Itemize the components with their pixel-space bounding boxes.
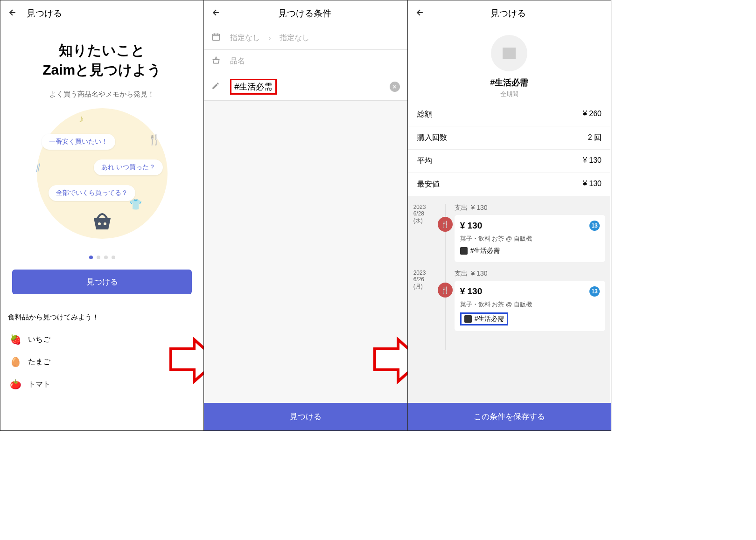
memo-icon: [464, 315, 472, 323]
category-food-icon: 🍴: [438, 217, 453, 232]
transaction-detail: 菓子・飲料 お茶 @ 自販機: [460, 235, 600, 243]
category-food-icon: 🍴: [438, 283, 453, 298]
transaction-amount: ¥ 130: [460, 286, 600, 297]
hero-heading: 知りたいことZaimと見つけよう: [0, 27, 203, 84]
svg-point-0: [98, 222, 101, 225]
food-emoji-icon: 🍓: [10, 334, 21, 345]
pencil-icon: [211, 82, 223, 92]
result-tag: #生活必需: [408, 77, 611, 88]
find-button[interactable]: 見つける: [204, 403, 407, 430]
header-title: 見つける条件: [230, 7, 379, 20]
stat-count: 購入回数2 回: [408, 126, 611, 150]
transaction-date: 20236/26(月): [413, 270, 436, 331]
transaction-item[interactable]: 20236/26(月) 🍴 支出 ¥ 130 ¥ 130 13 菓子・飲料 お茶…: [408, 266, 611, 335]
toothbrush-icon: ⁄⁄: [35, 162, 42, 174]
day-badge: 13: [589, 286, 600, 297]
music-note-icon: ♪: [79, 113, 84, 125]
result-period: 全期間: [408, 90, 611, 98]
transaction-date: 20236/28(水): [413, 204, 436, 262]
speech-bubble: 一番安く買いたい！: [42, 134, 115, 150]
chevron-right-icon: ›: [268, 34, 271, 42]
clear-button[interactable]: ✕: [390, 82, 400, 92]
date-range-row[interactable]: 指定なし › 指定なし: [204, 27, 407, 50]
suggestions-title: 食料品から見つけてみよう！: [0, 294, 203, 328]
transaction-detail: 菓子・飲料 お茶 @ 自販機: [460, 300, 600, 309]
suggestion-item[interactable]: 🍅トマト: [0, 373, 203, 395]
save-conditions-button[interactable]: この条件を保存する: [408, 403, 611, 430]
avatar-placeholder: [491, 35, 527, 71]
transaction-list: 20236/28(水) 🍴 支出 ¥ 130 ¥ 130 13 菓子・飲料 お茶…: [408, 196, 611, 403]
date-from: 指定なし: [230, 33, 260, 43]
food-emoji-icon: 🥚: [10, 356, 21, 367]
transaction-amount: ¥ 130: [460, 221, 600, 231]
transaction-type: 支出 ¥ 130: [455, 270, 605, 278]
stat-average: 平均¥ 130: [408, 150, 611, 173]
calendar-icon: [211, 32, 223, 44]
hero-subtitle: よく買う商品名やメモから発見！: [0, 90, 203, 99]
basket-icon: [89, 209, 115, 234]
back-button[interactable]: [211, 7, 221, 20]
memo-input-value: #生活必需: [230, 79, 277, 95]
page-indicator: [0, 253, 203, 261]
screen-find-intro: 見つける 知りたいことZaimと見つけよう よく買う商品名やメモから発見！ ♪ …: [0, 0, 204, 430]
header-title: 見つける: [434, 7, 583, 20]
transaction-item[interactable]: 20236/28(水) 🍴 支出 ¥ 130 ¥ 130 13 菓子・飲料 お茶…: [408, 200, 611, 266]
suggestion-item[interactable]: 🍓いちご: [0, 328, 203, 351]
find-button[interactable]: 見つける: [12, 270, 192, 294]
transaction-type: 支出 ¥ 130: [455, 204, 605, 212]
item-placeholder: 品名: [230, 56, 245, 66]
date-to: 指定なし: [280, 33, 309, 43]
fork-icon: 🍴: [148, 134, 161, 146]
suggestion-label: トマト: [28, 380, 50, 389]
back-button[interactable]: [8, 7, 17, 20]
day-badge: 13: [589, 221, 600, 231]
item-name-row[interactable]: 品名: [204, 50, 407, 73]
speech-bubble: あれ いつ買った？: [94, 159, 163, 175]
back-button[interactable]: [415, 7, 425, 20]
stat-total: 総額¥ 260: [408, 103, 611, 126]
transaction-memo: #生活必需: [460, 312, 509, 325]
memo-row[interactable]: #生活必需 ✕: [204, 73, 407, 101]
shirt-icon: 👕: [129, 199, 142, 211]
stat-min: 最安値¥ 130: [408, 173, 611, 196]
food-emoji-icon: 🍅: [10, 379, 21, 390]
memo-icon: [460, 247, 468, 255]
suggestion-item[interactable]: 🥚たまご: [0, 351, 203, 373]
screen-find-conditions: 見つける条件 指定なし › 指定なし 品名 #生活必需 ✕ 見つける: [204, 0, 407, 430]
suggestion-label: いちご: [28, 335, 50, 345]
svg-rect-2: [213, 34, 220, 40]
screen-find-results: 見つける #生活必需 全期間 総額¥ 260 購入回数2 回 平均¥ 130 最…: [408, 0, 611, 430]
header-title: 見つける: [27, 7, 196, 20]
hero-illustration: ♪ 🍴 ⁄⁄ 👕 一番安く買いたい！ あれ いつ買った？ 全部でいくら買ってる？: [37, 108, 168, 239]
svg-point-1: [104, 222, 106, 225]
transaction-memo: #生活必需: [460, 247, 500, 255]
suggestion-label: たまご: [28, 357, 50, 367]
basket-icon: [211, 55, 223, 67]
speech-bubble: 全部でいくら買ってる？: [49, 185, 135, 201]
